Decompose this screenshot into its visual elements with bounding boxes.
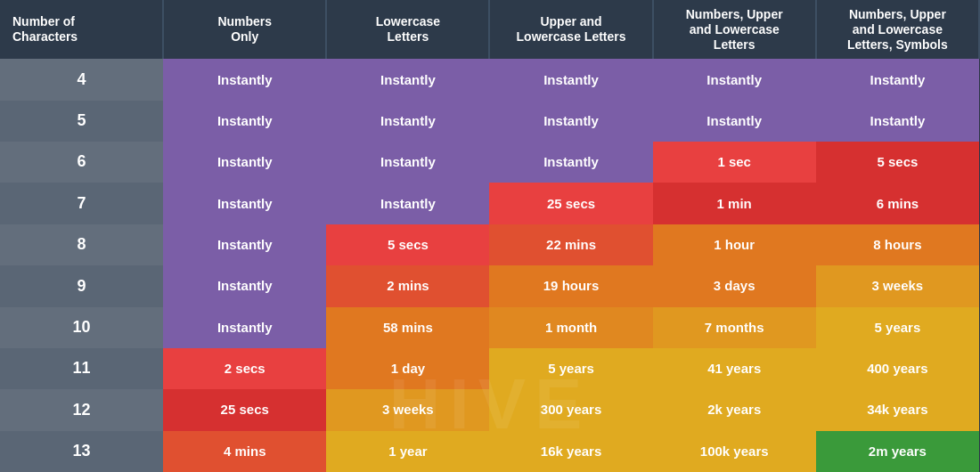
cell-value: Instantly — [653, 101, 816, 142]
cell-value: 5 years — [816, 307, 979, 348]
cell-value: 3 weeks — [326, 389, 489, 430]
cell-value: 7 months — [653, 307, 816, 348]
cell-value: Instantly — [163, 224, 326, 265]
cell-value: 5 secs — [326, 224, 489, 265]
char-count: 8 — [0, 224, 163, 265]
cell-value: Instantly — [163, 142, 326, 183]
cell-value: 2k years — [653, 389, 816, 430]
cell-value: 1 year — [326, 431, 489, 472]
cell-value: 1 day — [326, 348, 489, 389]
cell-value: 1 hour — [653, 224, 816, 265]
header-characters: Number ofCharacters — [0, 0, 163, 59]
cell-value: Instantly — [489, 142, 652, 183]
cell-value: 2 secs — [163, 348, 326, 389]
cell-value: Instantly — [163, 307, 326, 348]
char-count: 9 — [0, 265, 163, 306]
cell-value: 2m years — [816, 431, 979, 472]
cell-value: Instantly — [326, 101, 489, 142]
char-count: 6 — [0, 142, 163, 183]
cell-value: 19 hours — [489, 265, 652, 306]
cell-value: 1 min — [653, 183, 816, 224]
header-upper-lower: Upper andLowercase Letters — [489, 0, 652, 59]
cell-value: Instantly — [163, 59, 326, 100]
cell-value: Instantly — [816, 101, 979, 142]
header-lowercase: LowercaseLetters — [326, 0, 489, 59]
cell-value: 25 secs — [489, 183, 652, 224]
cell-value: 400 years — [816, 348, 979, 389]
char-count: 5 — [0, 101, 163, 142]
cell-value: Instantly — [163, 265, 326, 306]
cell-value: 58 mins — [326, 307, 489, 348]
password-strength-table: Number ofCharacters NumbersOnly Lowercas… — [0, 0, 980, 472]
cell-value: 300 years — [489, 389, 652, 430]
cell-value: Instantly — [326, 59, 489, 100]
cell-value: Instantly — [653, 59, 816, 100]
cell-value: 1 sec — [653, 142, 816, 183]
char-count: 4 — [0, 59, 163, 100]
cell-value: Instantly — [326, 142, 489, 183]
cell-value: 4 mins — [163, 431, 326, 472]
char-count: 12 — [0, 389, 163, 430]
cell-value: 3 weeks — [816, 265, 979, 306]
cell-value: 1 month — [489, 307, 652, 348]
cell-value: 2 mins — [326, 265, 489, 306]
cell-value: Instantly — [163, 183, 326, 224]
cell-value: 6 mins — [816, 183, 979, 224]
char-count: 13 — [0, 431, 163, 472]
char-count: 11 — [0, 348, 163, 389]
cell-value: 5 secs — [816, 142, 979, 183]
header-numbers-only: NumbersOnly — [163, 0, 326, 59]
cell-value: Instantly — [326, 183, 489, 224]
cell-value: 100k years — [653, 431, 816, 472]
char-count: 10 — [0, 307, 163, 348]
cell-value: 22 mins — [489, 224, 652, 265]
cell-value: 16k years — [489, 431, 652, 472]
cell-value: 5 years — [489, 348, 652, 389]
char-count: 7 — [0, 183, 163, 224]
cell-value: 25 secs — [163, 389, 326, 430]
header-numbers-upper-lower-symbols: Numbers, Upperand LowercaseLetters, Symb… — [816, 0, 979, 59]
cell-value: Instantly — [489, 59, 652, 100]
cell-value: 34k years — [816, 389, 979, 430]
cell-value: Instantly — [816, 59, 979, 100]
cell-value: Instantly — [489, 101, 652, 142]
cell-value: 3 days — [653, 265, 816, 306]
cell-value: 8 hours — [816, 224, 979, 265]
header-numbers-upper-lower: Numbers, Upperand LowercaseLetters — [653, 0, 816, 59]
cell-value: Instantly — [163, 101, 326, 142]
cell-value: 41 years — [653, 348, 816, 389]
